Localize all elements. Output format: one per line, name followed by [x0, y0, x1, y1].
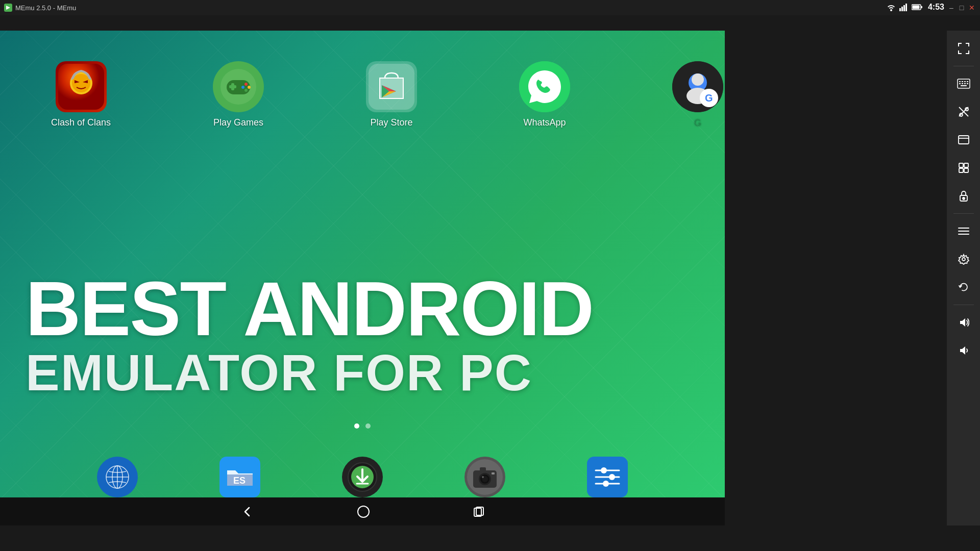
play-store-icon — [366, 61, 417, 112]
page-indicators — [354, 423, 371, 429]
svg-rect-46 — [492, 472, 495, 474]
wifi-icon — [886, 3, 896, 11]
nav-home-button[interactable] — [356, 505, 371, 519]
app-es-file[interactable]: ES — [219, 457, 260, 497]
signal-icon — [899, 3, 909, 11]
title-bar-controls: 4:53 – □ ✕ — [927, 4, 976, 12]
clash-of-clans-label: Clash of Clans — [51, 117, 111, 128]
close-button[interactable]: ✕ — [968, 4, 976, 12]
svg-rect-60 — [964, 81, 966, 82]
bottom-dock: ES — [97, 457, 628, 497]
volume-down-button[interactable] — [951, 338, 976, 363]
app-google-account[interactable]: G G — [672, 61, 723, 128]
svg-text:G: G — [705, 92, 713, 104]
svg-rect-76 — [964, 168, 968, 172]
svg-rect-4 — [905, 4, 907, 11]
svg-rect-14 — [231, 83, 234, 90]
svg-point-44 — [482, 476, 484, 478]
volume-up-button[interactable] — [951, 310, 976, 335]
camera-icon — [464, 457, 505, 497]
settings-button[interactable] — [951, 246, 976, 272]
play-games-icon — [213, 61, 264, 112]
window-button[interactable] — [951, 127, 976, 153]
svg-marker-0 — [6, 6, 10, 10]
app-logo-icon — [4, 4, 12, 12]
title-bar-left: MEmu 2.5.0 - MEmu — [4, 4, 76, 12]
svg-text:ES: ES — [233, 475, 246, 486]
es-file-icon: ES — [219, 457, 260, 497]
page-dot-1[interactable] — [354, 423, 359, 429]
clash-of-clans-icon — [56, 61, 107, 112]
svg-rect-45 — [480, 467, 486, 471]
svg-rect-1 — [899, 8, 901, 11]
nav-recents-button[interactable] — [473, 506, 485, 518]
title-bar: MEmu 2.5.0 - MEmu — [0, 0, 980, 15]
app-browser[interactable] — [97, 457, 138, 497]
svg-rect-6 — [921, 6, 922, 8]
whatsapp-icon — [519, 61, 570, 112]
svg-rect-64 — [964, 83, 966, 84]
svg-point-15 — [244, 83, 248, 86]
svg-point-16 — [248, 86, 251, 89]
page-dot-2[interactable] — [365, 423, 371, 429]
settings-app-icon — [587, 457, 628, 497]
svg-point-24 — [692, 73, 704, 86]
app-camera[interactable] — [464, 457, 505, 497]
restore-button[interactable] — [951, 274, 976, 300]
svg-point-54 — [358, 506, 369, 517]
google-account-label: G — [694, 117, 701, 128]
svg-point-53 — [603, 481, 609, 487]
hero-text-container: BEST ANDROID EMULATOR FOR PC — [26, 270, 593, 398]
maximize-button[interactable]: □ — [958, 4, 966, 12]
svg-rect-2 — [901, 7, 903, 11]
svg-point-18 — [244, 89, 248, 92]
svg-rect-61 — [967, 81, 968, 82]
fullscreen-button[interactable] — [951, 36, 976, 61]
right-sidebar — [947, 31, 980, 525]
browser-icon — [97, 457, 138, 497]
svg-rect-73 — [959, 163, 963, 167]
svg-point-78 — [963, 197, 965, 199]
app-clash-of-clans[interactable]: Clash of Clans — [51, 61, 111, 128]
svg-rect-66 — [961, 85, 967, 86]
google-account-icon: G — [672, 61, 723, 112]
android-screen: Clash of Clans — [0, 31, 725, 525]
svg-rect-74 — [964, 163, 968, 167]
battery-icon — [912, 4, 923, 11]
svg-point-17 — [241, 86, 244, 89]
play-store-label: Play Store — [371, 117, 413, 128]
hero-text-line2: EMULATOR FOR PC — [26, 347, 593, 398]
svg-rect-59 — [962, 81, 963, 82]
top-app-icons: Clash of Clans — [51, 61, 723, 128]
keyboard-button[interactable] — [951, 71, 976, 96]
status-bar: 4:53 — [886, 3, 944, 12]
play-games-label: Play Games — [213, 117, 263, 128]
time-display: 4:53 — [928, 3, 944, 12]
svg-rect-65 — [967, 83, 968, 84]
hero-text-line1: BEST ANDROID — [26, 270, 593, 347]
svg-point-52 — [609, 474, 615, 480]
svg-rect-75 — [959, 168, 963, 172]
crop-button[interactable] — [951, 99, 976, 124]
nav-back-button[interactable] — [240, 505, 254, 519]
svg-rect-58 — [959, 81, 961, 82]
window-title: MEmu 2.5.0 - MEmu — [15, 4, 76, 12]
lock-button[interactable] — [951, 183, 976, 209]
app-play-store[interactable]: Play Store — [366, 61, 417, 128]
app-settings[interactable] — [587, 457, 628, 497]
minimize-button[interactable]: – — [947, 4, 955, 12]
downloader-icon — [342, 457, 383, 497]
svg-rect-62 — [959, 83, 961, 84]
grid-button[interactable] — [951, 155, 976, 181]
svg-point-51 — [601, 467, 607, 473]
app-play-games[interactable]: Play Games — [213, 61, 264, 128]
app-downloader[interactable] — [342, 457, 383, 497]
svg-rect-7 — [912, 6, 919, 9]
svg-point-10 — [72, 74, 90, 92]
menu-button[interactable] — [951, 218, 976, 244]
android-nav-bar — [0, 497, 725, 525]
svg-rect-63 — [962, 83, 963, 84]
svg-point-82 — [962, 258, 965, 261]
svg-rect-71 — [959, 136, 969, 144]
app-whatsapp[interactable]: WhatsApp — [519, 61, 570, 128]
